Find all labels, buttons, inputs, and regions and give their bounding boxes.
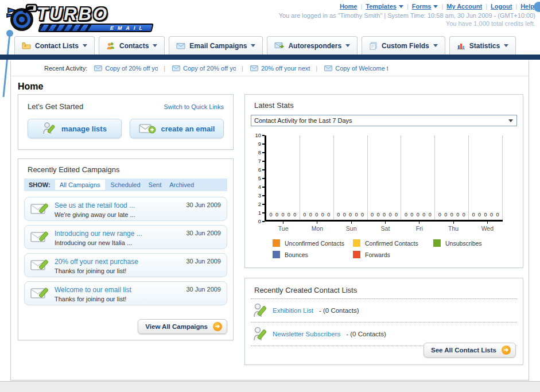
- bar-value-label: 0: [361, 212, 364, 218]
- recent-activity-item[interactable]: Copy of 20% off yo: [172, 65, 236, 72]
- recent-activity-item[interactable]: 20% off your next: [250, 65, 310, 72]
- campaign-title-link[interactable]: Welcome to our email list: [55, 286, 131, 294]
- legend-label: Unsubscribes: [445, 240, 482, 247]
- envelope-icon: [324, 65, 332, 71]
- envelope-icon: [176, 42, 185, 49]
- campaign-subtitle: Thanks for joining our list!: [55, 296, 131, 302]
- show-label: SHOW:: [29, 181, 50, 188]
- arrow-right-icon: [213, 322, 222, 331]
- credits-note: You have 1,000 total credits left.: [446, 20, 535, 27]
- see-all-contact-lists-button[interactable]: See All Contact Lists: [424, 343, 516, 358]
- separator: |: [407, 3, 409, 10]
- contact-list-item: Exhibition List - (0 Contacts): [251, 299, 517, 323]
- tab-contact-lists[interactable]: Contact Lists: [14, 36, 95, 55]
- bar-value-label: 0: [422, 212, 425, 218]
- separator: |: [316, 65, 317, 72]
- header-link-help[interactable]: Help: [520, 3, 534, 10]
- header-link-my-account[interactable]: My Account: [446, 3, 482, 10]
- chevron-down-icon: [508, 119, 513, 122]
- legend-item: Bounces: [273, 251, 353, 258]
- header-link-forms[interactable]: Forms: [412, 3, 438, 10]
- tab-autoresponders[interactable]: Autoresponders: [267, 36, 358, 55]
- recent-activity-item[interactable]: Copy of Welcome to: [324, 65, 388, 72]
- chart-day-group: 00000: [368, 135, 402, 220]
- campaign-filter-bar: SHOW: All Campaigns Scheduled Sent Archi…: [24, 178, 227, 191]
- bar-value-label: 0: [484, 212, 487, 218]
- header-link-logout[interactable]: Logout: [491, 3, 512, 10]
- chart-plot: 00000000000000000000000000000000000: [265, 135, 503, 222]
- envelope-pencil-icon: [30, 286, 49, 301]
- filter-scheduled[interactable]: Scheduled: [111, 181, 141, 188]
- bar-value-label: 0: [456, 212, 459, 218]
- logo-text: TURBO EMAIL: [37, 4, 153, 32]
- tab-label: Statistics: [469, 42, 500, 50]
- campaign-list-item: Introducing our new range ... Introducin…: [24, 225, 227, 249]
- separator: |: [515, 3, 517, 10]
- tab-label: Autoresponders: [288, 42, 341, 50]
- envelope-icon: [94, 65, 102, 71]
- logo-stripes: [40, 25, 92, 31]
- separator: |: [441, 3, 443, 10]
- campaign-title-link[interactable]: 20% off your next purchase: [55, 258, 138, 266]
- chevron-down-icon: [504, 44, 508, 47]
- separator: |: [360, 3, 362, 10]
- tab-label: Email Campaigns: [189, 42, 247, 50]
- bar-value-label: 0: [281, 212, 284, 218]
- tab-email-campaigns[interactable]: Email Campaigns: [169, 36, 263, 55]
- filter-archived[interactable]: Archived: [169, 181, 194, 188]
- chevron-down-icon: [399, 5, 403, 8]
- bar-value-label: 0: [315, 212, 318, 218]
- create-email-button[interactable]: create an email: [130, 119, 224, 138]
- see-all-contact-lists-label: See All Contact Lists: [431, 347, 496, 354]
- switch-quick-links-link[interactable]: Switch to Quick Links: [164, 103, 224, 110]
- contact-list-detail: - (0 Contacts): [346, 331, 386, 337]
- campaign-subtitle: We're giving away our late ...: [55, 211, 135, 218]
- campaign-title-link[interactable]: Introducing our new range ...: [55, 230, 142, 238]
- tab-custom-fields[interactable]: Custom Fields: [362, 36, 445, 55]
- legend-swatch: [273, 239, 280, 247]
- legend-item: Confirmed Contacts: [353, 239, 433, 247]
- manage-lists-button[interactable]: manage lists: [28, 119, 122, 138]
- bar-value-label: 0: [327, 212, 330, 218]
- contact-list-link[interactable]: Newsletter Subscribers: [273, 331, 340, 337]
- bar-value-label: 0: [490, 212, 493, 218]
- recent-activity-item[interactable]: Copy of 20% off yo: [94, 65, 158, 72]
- logo-title: TURBO: [37, 4, 153, 25]
- logo-subtitle: EMAIL: [110, 25, 147, 30]
- tab-label: Custom Fields: [382, 42, 429, 50]
- filter-sent[interactable]: Sent: [149, 181, 162, 188]
- recent-activity-label: Recent Activity:: [44, 65, 87, 72]
- view-all-campaigns-button[interactable]: View All Campaigns: [138, 319, 227, 334]
- bar-value-label: 0: [389, 212, 391, 218]
- campaign-title-link[interactable]: See us at the retail food ...: [55, 201, 135, 209]
- header-link-templates[interactable]: Templates: [366, 3, 403, 10]
- bar-value-label: 0: [288, 212, 290, 218]
- stats-period-select[interactable]: Contact Activity for the Last 7 Days: [251, 115, 517, 126]
- bar-value-label: 0: [349, 212, 352, 218]
- tab-statistics[interactable]: Statistics: [449, 36, 516, 55]
- help-bubble-icon[interactable]: [534, 2, 540, 12]
- contact-list-link[interactable]: Exhibition List: [273, 307, 313, 314]
- campaign-date: 30 Jun 2009: [186, 201, 221, 208]
- envelope-arrow-icon: [274, 42, 284, 49]
- bar-value-label: 0: [383, 212, 386, 218]
- chart-x-labels: TueMonSunSatFriThuWed: [266, 222, 504, 232]
- bar-value-label: 0: [450, 212, 453, 218]
- bar-value-label: 0: [478, 212, 481, 218]
- separator: |: [164, 65, 165, 72]
- chart-day-group: 00000: [435, 135, 469, 220]
- tab-contacts[interactable]: Contacts: [99, 36, 165, 55]
- legend-label: Bounces: [285, 251, 308, 258]
- campaign-list-item: 20% off your next purchase Thanks for jo…: [24, 253, 227, 277]
- separator: |: [485, 3, 487, 10]
- filter-all-campaigns[interactable]: All Campaigns: [55, 180, 105, 190]
- bar-value-label: 0: [472, 212, 475, 218]
- get-started-panel: Let's Get Started Switch to Quick Links …: [18, 94, 234, 150]
- legend-label: Confirmed Contacts: [365, 240, 418, 247]
- bar-value-label: 0: [355, 212, 358, 218]
- login-status: You are logged in as "Timothy Smith" | S…: [279, 12, 535, 19]
- tab-label: Contacts: [119, 42, 149, 50]
- header-link-home[interactable]: Home: [340, 3, 358, 10]
- manage-lists-label: manage lists: [61, 125, 107, 133]
- bar-value-label: 0: [337, 212, 340, 218]
